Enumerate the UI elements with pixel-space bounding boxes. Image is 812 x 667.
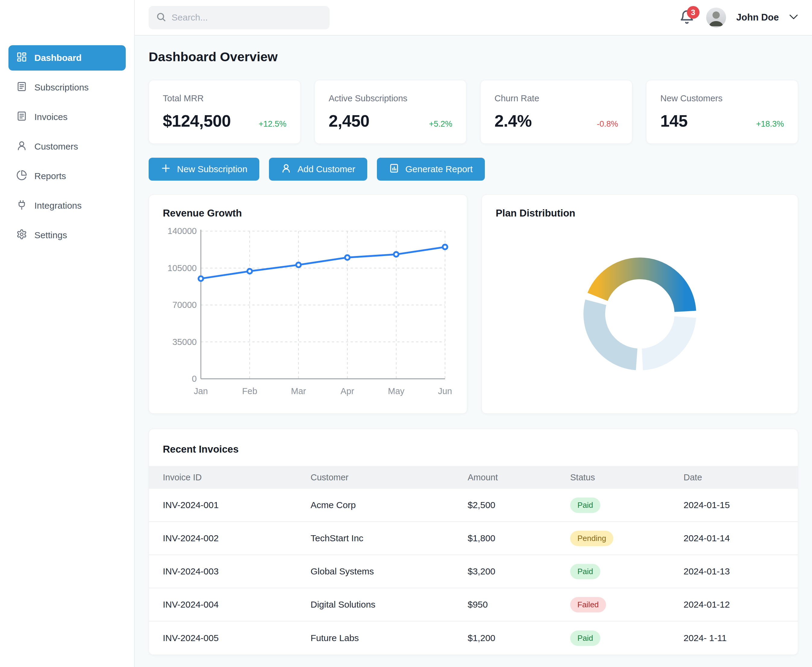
plus-icon	[161, 163, 171, 176]
document-icon	[16, 111, 27, 124]
stat-label: New Customers	[660, 93, 784, 103]
revenue-line-chart: 03500070000105000140000JanFebMarAprMayJu…	[163, 227, 454, 401]
date-cell: 2024-01-12	[684, 599, 784, 610]
button-label: Add Customer	[297, 164, 355, 174]
stat-delta: +12.5%	[259, 119, 287, 129]
dashboard-grid-icon	[16, 51, 27, 65]
column-header-invoice-id: Invoice ID	[163, 473, 311, 483]
sidebar-item-integrations[interactable]: Integrations	[8, 193, 126, 218]
avatar[interactable]	[706, 8, 726, 27]
amount-cell: $3,200	[468, 566, 570, 577]
status-badge: Failed	[570, 597, 606, 612]
sidebar-item-label: Dashboard	[34, 53, 82, 63]
customer-cell: Global Systems	[311, 566, 468, 577]
generate-report-button[interactable]: Generate Report	[377, 158, 484, 181]
pie-chart-icon	[16, 170, 27, 183]
status-badge: Paid	[570, 498, 600, 513]
stat-card-churn-rate: Churn Rate 2.4% -0.8%	[481, 80, 632, 144]
amount-cell: $2,500	[468, 500, 570, 510]
date-cell: 2024- 1-11	[684, 633, 784, 643]
recent-invoices-card: Recent Invoices Invoice ID Customer Amou…	[149, 429, 798, 655]
invoice-id-cell: INV-2024-003	[163, 566, 311, 577]
charts-row: Revenue Growth 03500070000105000140000Ja…	[149, 194, 798, 414]
sidebar-item-label: Invoices	[34, 112, 68, 122]
stat-label: Active Subscriptions	[329, 93, 452, 103]
person-icon	[281, 163, 291, 176]
amount-cell: $950	[468, 599, 570, 610]
invoice-id-cell: INV-2024-001	[163, 500, 311, 510]
stat-card-new-customers: New Customers 145 +18.3%	[646, 80, 798, 144]
svg-text:Mar: Mar	[291, 386, 306, 396]
sidebar-item-customers[interactable]: Customers	[8, 134, 126, 159]
customer-cell: TechStart Inc	[311, 533, 468, 543]
stat-value: 145	[660, 111, 688, 131]
gear-icon	[16, 229, 27, 242]
button-label: Generate Report	[405, 164, 472, 174]
column-header-status: Status	[570, 473, 684, 483]
chart-title: Revenue Growth	[163, 207, 453, 219]
svg-text:140000: 140000	[167, 227, 197, 236]
svg-text:105000: 105000	[167, 263, 197, 273]
actions-row: New Subscription Add Customer Generate R…	[149, 158, 798, 181]
search-icon	[156, 12, 166, 23]
customer-cell: Acme Corp	[311, 500, 468, 510]
notification-badge: 3	[687, 6, 699, 19]
stat-delta: -0.8%	[597, 119, 618, 129]
svg-text:70000: 70000	[172, 300, 197, 310]
topbar: 3 John Doe	[135, 0, 812, 36]
sidebar-item-invoices[interactable]: Invoices	[8, 105, 126, 129]
column-header-date: Date	[684, 473, 784, 483]
sidebar-item-label: Subscriptions	[34, 82, 89, 93]
date-cell: 2024-01-13	[684, 566, 784, 577]
table-row: INV-2024-002 TechStart Inc $1,800 Pendin…	[149, 522, 798, 555]
add-customer-button[interactable]: Add Customer	[269, 158, 367, 181]
plan-donut-chart	[577, 251, 703, 377]
column-header-amount: Amount	[468, 473, 570, 483]
stat-label: Total MRR	[163, 93, 287, 103]
customer-cell: Digital Solutions	[311, 599, 468, 610]
stat-label: Churn Rate	[494, 93, 618, 103]
stat-delta: +18.3%	[756, 119, 784, 129]
sidebar-item-settings[interactable]: Settings	[8, 222, 126, 248]
table-row: INV-2024-001 Acme Corp $2,500 Paid 2024-…	[149, 489, 798, 522]
notification-bell-icon[interactable]: 3	[679, 9, 696, 26]
status-badge: Paid	[570, 564, 600, 579]
status-badge: Paid	[570, 630, 600, 646]
svg-text:May: May	[388, 386, 404, 396]
user-name[interactable]: John Doe	[736, 12, 779, 23]
stat-value: 2.4%	[494, 111, 532, 131]
search-input[interactable]	[172, 12, 322, 23]
main-content: Dashboard Overview Total MRR $124,500 +1…	[135, 36, 812, 667]
sidebar-item-label: Integrations	[34, 201, 82, 211]
plan-distribution-card: Plan Distribution	[482, 194, 798, 414]
svg-text:35000: 35000	[172, 337, 197, 347]
stat-value: $124,500	[163, 111, 231, 131]
button-label: New Subscription	[177, 164, 247, 174]
stat-value: 2,450	[329, 111, 370, 131]
chart-title: Plan Distribution	[496, 207, 784, 219]
sidebar-item-label: Reports	[34, 171, 66, 181]
svg-text:Feb: Feb	[242, 386, 257, 396]
table-row: INV-2024-004 Digital Solutions $950 Fail…	[149, 588, 798, 621]
customer-cell: Future Labs	[311, 633, 468, 643]
invoice-id-cell: INV-2024-005	[163, 633, 311, 643]
chevron-down-icon[interactable]	[789, 14, 798, 21]
search-box	[149, 6, 330, 29]
new-subscription-button[interactable]: New Subscription	[149, 158, 259, 181]
sidebar-item-label: Customers	[34, 141, 78, 152]
sidebar-item-dashboard[interactable]: Dashboard	[8, 45, 126, 71]
table-row: INV-2024-005 Future Labs $1,200 Paid 202…	[149, 621, 798, 655]
plug-icon	[16, 199, 27, 212]
sidebar-item-reports[interactable]: Reports	[8, 163, 126, 189]
amount-cell: $1,200	[468, 633, 570, 643]
page-title: Dashboard Overview	[149, 50, 798, 64]
status-badge: Pending	[570, 531, 613, 546]
stat-card-active-subscriptions: Active Subscriptions 2,450 +5.2%	[315, 80, 466, 144]
stat-delta: +5.2%	[429, 119, 452, 129]
table-title: Recent Invoices	[149, 429, 798, 466]
sidebar-item-subscriptions[interactable]: Subscriptions	[8, 75, 126, 100]
table-row: INV-2024-003 Global Systems $3,200 Paid …	[149, 555, 798, 588]
table-header-row: Invoice ID Customer Amount Status Date	[149, 466, 798, 489]
invoice-id-cell: INV-2024-004	[163, 599, 311, 610]
column-header-customer: Customer	[311, 473, 468, 483]
